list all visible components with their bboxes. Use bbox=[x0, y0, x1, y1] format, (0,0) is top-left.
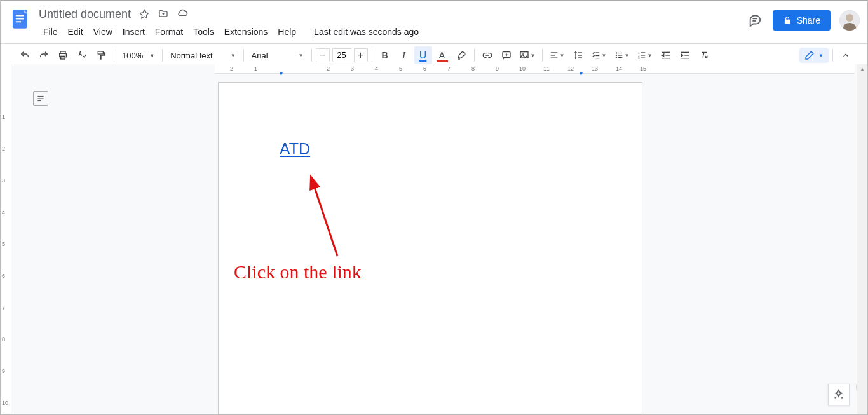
horizontal-ruler[interactable]: 2 1 ▼ 2 3 4 5 6 7 8 9 10 11 12 ▼ 13 14 1… bbox=[215, 64, 855, 74]
pencil-icon bbox=[804, 50, 815, 60]
menu-view[interactable]: View bbox=[89, 24, 117, 39]
document-page[interactable]: ATD bbox=[218, 82, 642, 414]
paint-format-icon[interactable] bbox=[92, 46, 110, 64]
indent-marker-right-icon[interactable]: ▼ bbox=[578, 71, 584, 77]
svg-point-27 bbox=[615, 57, 616, 58]
document-hyperlink[interactable]: ATD bbox=[280, 140, 310, 158]
account-avatar[interactable] bbox=[839, 10, 860, 31]
print-icon[interactable] bbox=[54, 46, 72, 64]
svg-point-7 bbox=[846, 14, 853, 22]
underline-button[interactable]: U bbox=[414, 46, 432, 64]
open-comments-icon[interactable] bbox=[746, 11, 764, 29]
bulleted-list-icon[interactable]: ▼ bbox=[611, 46, 633, 64]
svg-text:3: 3 bbox=[638, 57, 640, 60]
spellcheck-icon[interactable] bbox=[73, 46, 91, 64]
paragraph-style-dropdown[interactable]: Normal text▼ bbox=[166, 51, 239, 60]
undo-icon[interactable] bbox=[16, 46, 34, 64]
svg-rect-2 bbox=[16, 18, 24, 19]
decrease-indent-icon[interactable] bbox=[657, 46, 675, 64]
text-color-button[interactable]: A bbox=[433, 46, 451, 64]
font-family-dropdown[interactable]: Arial▼ bbox=[248, 51, 308, 60]
cloud-status-icon[interactable] bbox=[177, 8, 188, 20]
editing-mode-dropdown[interactable]: ▼ bbox=[799, 48, 829, 63]
toolbar-separator bbox=[114, 49, 114, 62]
svg-rect-29 bbox=[618, 55, 621, 55]
numbered-list-icon[interactable]: 123▼ bbox=[634, 46, 656, 64]
svg-point-50 bbox=[835, 398, 836, 399]
chevron-down-icon: ▼ bbox=[149, 53, 154, 58]
zoom-dropdown[interactable]: 100%▼ bbox=[118, 51, 158, 60]
document-canvas[interactable]: 2 1 ▼ 2 3 4 5 6 7 8 9 10 11 12 ▼ 13 14 1… bbox=[11, 64, 867, 414]
star-icon[interactable] bbox=[139, 8, 150, 20]
chevron-down-icon: ▼ bbox=[299, 53, 304, 58]
share-label: Share bbox=[797, 15, 820, 25]
menu-format[interactable]: Format bbox=[151, 24, 187, 39]
line-spacing-icon[interactable] bbox=[569, 46, 587, 64]
svg-point-49 bbox=[842, 398, 843, 399]
chevron-down-icon: ▼ bbox=[602, 53, 607, 58]
chevron-down-icon: ▼ bbox=[531, 53, 536, 58]
chevron-down-icon: ▼ bbox=[625, 53, 630, 58]
vertical-scrollbar[interactable]: ▲ bbox=[857, 64, 867, 414]
chevron-down-icon: ▼ bbox=[231, 53, 236, 58]
svg-rect-3 bbox=[16, 21, 21, 22]
fontsize-input[interactable]: 25 bbox=[332, 48, 351, 62]
indent-marker-icon[interactable]: ▼ bbox=[278, 71, 284, 77]
vertical-ruler: 1 2 3 4 5 6 7 8 9 10 bbox=[1, 64, 11, 414]
insert-image-icon[interactable]: ▼ bbox=[517, 46, 538, 64]
document-outline-toggle-icon[interactable] bbox=[33, 91, 48, 106]
align-dropdown[interactable]: ▼ bbox=[546, 46, 568, 64]
svg-rect-30 bbox=[618, 57, 621, 58]
highlight-color-button[interactable] bbox=[452, 46, 470, 64]
svg-rect-28 bbox=[618, 53, 621, 53]
hide-menus-icon[interactable] bbox=[837, 46, 855, 64]
svg-point-26 bbox=[615, 55, 616, 56]
clear-formatting-icon[interactable] bbox=[695, 46, 713, 64]
lock-icon bbox=[783, 16, 792, 25]
increase-indent-icon[interactable] bbox=[676, 46, 694, 64]
docs-app-icon[interactable] bbox=[8, 6, 34, 32]
chevron-down-icon: ▼ bbox=[648, 53, 653, 58]
menu-tools[interactable]: Tools bbox=[189, 24, 219, 39]
scroll-up-icon[interactable]: ▲ bbox=[857, 64, 867, 74]
checklist-icon[interactable]: ▼ bbox=[588, 46, 610, 64]
last-edit-link[interactable]: Last edit was seconds ago bbox=[309, 24, 423, 39]
move-to-folder-icon[interactable] bbox=[158, 8, 169, 20]
chevron-down-icon: ▼ bbox=[560, 53, 565, 58]
italic-button[interactable]: I bbox=[395, 46, 413, 64]
menu-extensions[interactable]: Extensions bbox=[220, 24, 272, 39]
menu-insert[interactable]: Insert bbox=[118, 24, 149, 39]
add-comment-icon[interactable] bbox=[498, 46, 515, 64]
menu-help[interactable]: Help bbox=[273, 24, 301, 39]
redo-icon[interactable] bbox=[35, 46, 53, 64]
explore-button-icon[interactable] bbox=[828, 384, 850, 405]
increase-fontsize-button[interactable]: + bbox=[354, 48, 368, 62]
insert-link-icon[interactable] bbox=[478, 46, 496, 64]
svg-rect-1 bbox=[16, 15, 24, 16]
bold-button[interactable]: B bbox=[376, 46, 394, 64]
share-button[interactable]: Share bbox=[773, 10, 831, 31]
decrease-fontsize-button[interactable]: − bbox=[316, 48, 330, 62]
svg-point-25 bbox=[615, 52, 616, 53]
document-title[interactable]: Untitled document bbox=[39, 8, 131, 21]
menu-edit[interactable]: Edit bbox=[64, 24, 88, 39]
menu-file[interactable]: File bbox=[39, 24, 62, 39]
annotation-text: Click on the link bbox=[234, 261, 362, 283]
svg-rect-12 bbox=[98, 51, 103, 54]
menu-bar: File Edit View Insert Format Tools Exten… bbox=[39, 24, 746, 39]
chevron-down-icon: ▼ bbox=[818, 53, 824, 58]
